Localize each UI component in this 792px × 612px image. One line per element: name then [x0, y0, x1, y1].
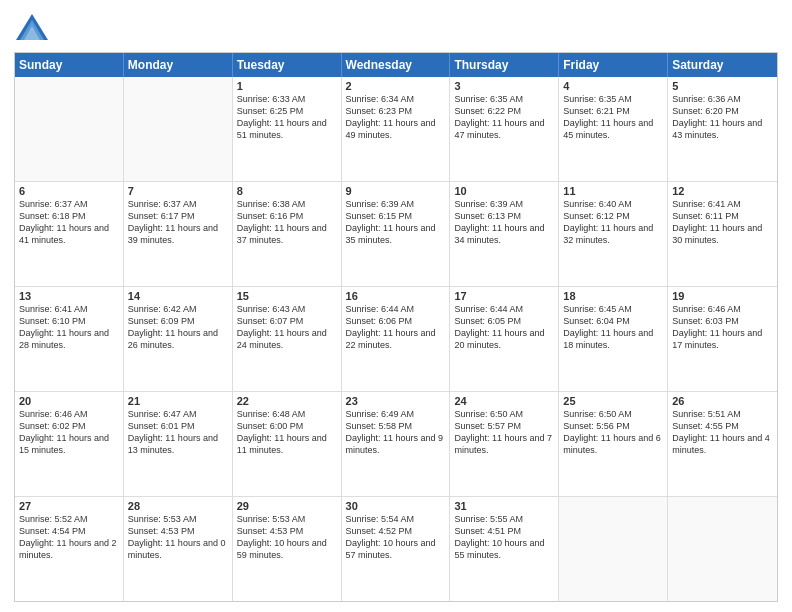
day-info: Sunrise: 6:39 AM Sunset: 6:13 PM Dayligh… — [454, 198, 554, 247]
day-header-tuesday: Tuesday — [233, 53, 342, 77]
day-info: Sunrise: 5:55 AM Sunset: 4:51 PM Dayligh… — [454, 513, 554, 562]
day-cell-11: 11Sunrise: 6:40 AM Sunset: 6:12 PM Dayli… — [559, 182, 668, 286]
day-info: Sunrise: 6:37 AM Sunset: 6:17 PM Dayligh… — [128, 198, 228, 247]
calendar-header: SundayMondayTuesdayWednesdayThursdayFrid… — [15, 53, 777, 77]
calendar-week-1: 1Sunrise: 6:33 AM Sunset: 6:25 PM Daylig… — [15, 77, 777, 182]
day-number: 3 — [454, 80, 554, 92]
day-cell-2: 2Sunrise: 6:34 AM Sunset: 6:23 PM Daylig… — [342, 77, 451, 181]
day-info: Sunrise: 6:47 AM Sunset: 6:01 PM Dayligh… — [128, 408, 228, 457]
day-number: 19 — [672, 290, 773, 302]
day-number: 20 — [19, 395, 119, 407]
day-cell-28: 28Sunrise: 5:53 AM Sunset: 4:53 PM Dayli… — [124, 497, 233, 601]
day-header-friday: Friday — [559, 53, 668, 77]
day-cell-13: 13Sunrise: 6:41 AM Sunset: 6:10 PM Dayli… — [15, 287, 124, 391]
day-number: 2 — [346, 80, 446, 92]
day-info: Sunrise: 5:53 AM Sunset: 4:53 PM Dayligh… — [128, 513, 228, 562]
logo-icon — [14, 10, 50, 46]
day-number: 23 — [346, 395, 446, 407]
day-header-monday: Monday — [124, 53, 233, 77]
day-number: 31 — [454, 500, 554, 512]
calendar-body: 1Sunrise: 6:33 AM Sunset: 6:25 PM Daylig… — [15, 77, 777, 601]
day-info: Sunrise: 6:43 AM Sunset: 6:07 PM Dayligh… — [237, 303, 337, 352]
day-number: 9 — [346, 185, 446, 197]
day-info: Sunrise: 6:44 AM Sunset: 6:06 PM Dayligh… — [346, 303, 446, 352]
day-info: Sunrise: 6:38 AM Sunset: 6:16 PM Dayligh… — [237, 198, 337, 247]
calendar: SundayMondayTuesdayWednesdayThursdayFrid… — [14, 52, 778, 602]
day-number: 1 — [237, 80, 337, 92]
day-cell-21: 21Sunrise: 6:47 AM Sunset: 6:01 PM Dayli… — [124, 392, 233, 496]
day-cell-6: 6Sunrise: 6:37 AM Sunset: 6:18 PM Daylig… — [15, 182, 124, 286]
day-info: Sunrise: 6:50 AM Sunset: 5:56 PM Dayligh… — [563, 408, 663, 457]
empty-cell — [15, 77, 124, 181]
empty-cell — [124, 77, 233, 181]
day-info: Sunrise: 6:35 AM Sunset: 6:21 PM Dayligh… — [563, 93, 663, 142]
calendar-week-5: 27Sunrise: 5:52 AM Sunset: 4:54 PM Dayli… — [15, 497, 777, 601]
day-cell-17: 17Sunrise: 6:44 AM Sunset: 6:05 PM Dayli… — [450, 287, 559, 391]
day-number: 17 — [454, 290, 554, 302]
day-info: Sunrise: 5:54 AM Sunset: 4:52 PM Dayligh… — [346, 513, 446, 562]
day-info: Sunrise: 6:41 AM Sunset: 6:11 PM Dayligh… — [672, 198, 773, 247]
day-number: 21 — [128, 395, 228, 407]
day-cell-10: 10Sunrise: 6:39 AM Sunset: 6:13 PM Dayli… — [450, 182, 559, 286]
day-info: Sunrise: 6:39 AM Sunset: 6:15 PM Dayligh… — [346, 198, 446, 247]
day-number: 8 — [237, 185, 337, 197]
day-cell-29: 29Sunrise: 5:53 AM Sunset: 4:53 PM Dayli… — [233, 497, 342, 601]
day-info: Sunrise: 6:41 AM Sunset: 6:10 PM Dayligh… — [19, 303, 119, 352]
day-cell-24: 24Sunrise: 6:50 AM Sunset: 5:57 PM Dayli… — [450, 392, 559, 496]
day-cell-26: 26Sunrise: 5:51 AM Sunset: 4:55 PM Dayli… — [668, 392, 777, 496]
day-header-wednesday: Wednesday — [342, 53, 451, 77]
day-info: Sunrise: 6:35 AM Sunset: 6:22 PM Dayligh… — [454, 93, 554, 142]
day-number: 13 — [19, 290, 119, 302]
day-number: 16 — [346, 290, 446, 302]
day-number: 26 — [672, 395, 773, 407]
day-cell-30: 30Sunrise: 5:54 AM Sunset: 4:52 PM Dayli… — [342, 497, 451, 601]
day-info: Sunrise: 6:37 AM Sunset: 6:18 PM Dayligh… — [19, 198, 119, 247]
day-number: 27 — [19, 500, 119, 512]
day-info: Sunrise: 5:52 AM Sunset: 4:54 PM Dayligh… — [19, 513, 119, 562]
day-cell-19: 19Sunrise: 6:46 AM Sunset: 6:03 PM Dayli… — [668, 287, 777, 391]
day-cell-20: 20Sunrise: 6:46 AM Sunset: 6:02 PM Dayli… — [15, 392, 124, 496]
day-header-saturday: Saturday — [668, 53, 777, 77]
day-info: Sunrise: 6:42 AM Sunset: 6:09 PM Dayligh… — [128, 303, 228, 352]
day-number: 7 — [128, 185, 228, 197]
day-number: 4 — [563, 80, 663, 92]
day-cell-5: 5Sunrise: 6:36 AM Sunset: 6:20 PM Daylig… — [668, 77, 777, 181]
day-cell-22: 22Sunrise: 6:48 AM Sunset: 6:00 PM Dayli… — [233, 392, 342, 496]
day-info: Sunrise: 6:46 AM Sunset: 6:02 PM Dayligh… — [19, 408, 119, 457]
day-number: 28 — [128, 500, 228, 512]
day-number: 14 — [128, 290, 228, 302]
day-header-thursday: Thursday — [450, 53, 559, 77]
day-header-sunday: Sunday — [15, 53, 124, 77]
day-number: 18 — [563, 290, 663, 302]
day-number: 10 — [454, 185, 554, 197]
day-info: Sunrise: 5:51 AM Sunset: 4:55 PM Dayligh… — [672, 408, 773, 457]
day-number: 6 — [19, 185, 119, 197]
day-cell-9: 9Sunrise: 6:39 AM Sunset: 6:15 PM Daylig… — [342, 182, 451, 286]
day-cell-4: 4Sunrise: 6:35 AM Sunset: 6:21 PM Daylig… — [559, 77, 668, 181]
day-info: Sunrise: 6:50 AM Sunset: 5:57 PM Dayligh… — [454, 408, 554, 457]
day-cell-18: 18Sunrise: 6:45 AM Sunset: 6:04 PM Dayli… — [559, 287, 668, 391]
day-cell-15: 15Sunrise: 6:43 AM Sunset: 6:07 PM Dayli… — [233, 287, 342, 391]
day-cell-12: 12Sunrise: 6:41 AM Sunset: 6:11 PM Dayli… — [668, 182, 777, 286]
logo — [14, 10, 54, 46]
day-info: Sunrise: 6:33 AM Sunset: 6:25 PM Dayligh… — [237, 93, 337, 142]
day-cell-25: 25Sunrise: 6:50 AM Sunset: 5:56 PM Dayli… — [559, 392, 668, 496]
day-number: 25 — [563, 395, 663, 407]
page-container: SundayMondayTuesdayWednesdayThursdayFrid… — [0, 0, 792, 612]
day-info: Sunrise: 6:44 AM Sunset: 6:05 PM Dayligh… — [454, 303, 554, 352]
empty-cell — [668, 497, 777, 601]
calendar-week-2: 6Sunrise: 6:37 AM Sunset: 6:18 PM Daylig… — [15, 182, 777, 287]
day-number: 29 — [237, 500, 337, 512]
day-cell-16: 16Sunrise: 6:44 AM Sunset: 6:06 PM Dayli… — [342, 287, 451, 391]
day-number: 24 — [454, 395, 554, 407]
day-info: Sunrise: 5:53 AM Sunset: 4:53 PM Dayligh… — [237, 513, 337, 562]
day-info: Sunrise: 6:40 AM Sunset: 6:12 PM Dayligh… — [563, 198, 663, 247]
day-cell-23: 23Sunrise: 6:49 AM Sunset: 5:58 PM Dayli… — [342, 392, 451, 496]
day-info: Sunrise: 6:36 AM Sunset: 6:20 PM Dayligh… — [672, 93, 773, 142]
day-cell-1: 1Sunrise: 6:33 AM Sunset: 6:25 PM Daylig… — [233, 77, 342, 181]
day-number: 22 — [237, 395, 337, 407]
day-cell-14: 14Sunrise: 6:42 AM Sunset: 6:09 PM Dayli… — [124, 287, 233, 391]
calendar-week-3: 13Sunrise: 6:41 AM Sunset: 6:10 PM Dayli… — [15, 287, 777, 392]
day-info: Sunrise: 6:46 AM Sunset: 6:03 PM Dayligh… — [672, 303, 773, 352]
day-number: 11 — [563, 185, 663, 197]
